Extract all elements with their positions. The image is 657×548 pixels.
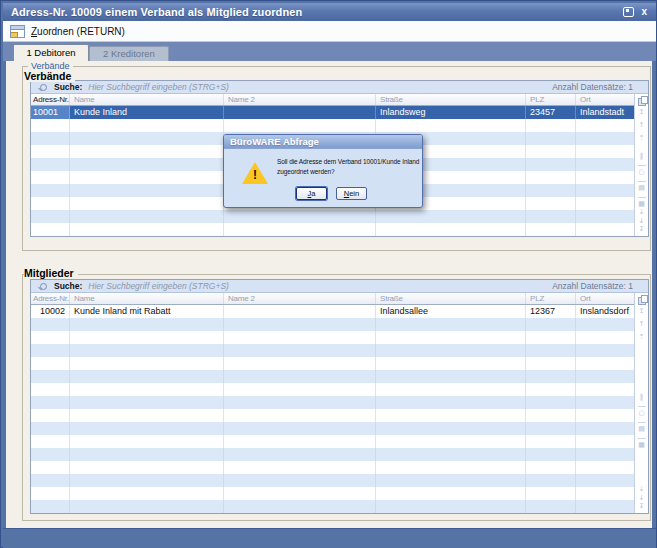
page-up-icon[interactable]: ⇡ <box>635 134 648 142</box>
table-cell <box>31 370 70 383</box>
scroll-up-icon[interactable]: ↑ <box>635 320 648 328</box>
table-row[interactable] <box>31 357 634 370</box>
table-cell <box>31 158 70 171</box>
table-cell <box>31 223 70 236</box>
table-row[interactable] <box>31 223 634 236</box>
scroll-up-icon[interactable]: ↑ <box>635 121 648 129</box>
column-header[interactable]: Name 2 <box>224 293 376 304</box>
table-cell <box>224 448 376 461</box>
filter-icon[interactable]: ▦ <box>635 200 648 208</box>
verbaende-title: Verbände <box>24 70 75 82</box>
table-cell <box>31 396 70 409</box>
column-options-icon[interactable] <box>638 297 646 305</box>
table-cell <box>526 210 576 223</box>
restore-icon[interactable] <box>623 7 634 17</box>
column-header[interactable]: Ort <box>576 94 634 105</box>
table-row[interactable] <box>31 461 634 474</box>
table-cell <box>376 396 526 409</box>
mitglieder-search-bar[interactable]: Suche:Hier Suchbegriff eingeben (STRG+S)… <box>31 280 648 293</box>
search-icon[interactable]: ○ <box>635 409 648 417</box>
table-cell <box>70 145 224 158</box>
filter-icon[interactable]: ▦ <box>635 441 648 449</box>
table-row[interactable] <box>31 344 634 357</box>
toolbar: Zuordnen (RETURN) <box>3 21 656 42</box>
table-cell <box>526 435 576 448</box>
column-header[interactable]: PLZ <box>526 94 576 105</box>
table-cell <box>576 396 634 409</box>
dialog-message: Soll die Adresse dem Verband 10001/Kunde… <box>277 157 427 177</box>
table-cell: Inlandsallee <box>376 305 526 318</box>
column-header[interactable]: Name <box>70 293 224 304</box>
columns-icon[interactable]: ‖ <box>635 393 648 401</box>
table-cell <box>526 331 576 344</box>
table-cell <box>576 487 634 500</box>
tab-kreditoren[interactable]: 2 Kreditoren <box>89 46 169 61</box>
table-row[interactable] <box>31 474 634 487</box>
page-down-icon[interactable]: ⇣ <box>635 485 648 493</box>
table-cell <box>376 500 526 513</box>
search-icon[interactable]: ○ <box>635 168 648 176</box>
table-cell <box>376 448 526 461</box>
table-row[interactable] <box>31 331 634 344</box>
column-header[interactable]: PLZ <box>526 293 576 304</box>
column-header[interactable]: Adress-Nr. <box>31 94 70 105</box>
table-row[interactable] <box>31 370 634 383</box>
assign-button[interactable]: Zuordnen (RETURN) <box>31 26 125 37</box>
table-row[interactable] <box>31 500 634 513</box>
close-icon[interactable]: x <box>641 7 647 17</box>
page-up-icon[interactable]: ⇡ <box>635 333 648 341</box>
table-cell <box>70 184 224 197</box>
table-cell <box>70 461 224 474</box>
scroll-top-icon[interactable]: ↥ <box>635 307 648 315</box>
table-cell <box>70 223 224 236</box>
column-header[interactable]: Name 2 <box>224 94 376 105</box>
table-cell <box>526 474 576 487</box>
table-row[interactable] <box>31 396 634 409</box>
table-cell <box>31 435 70 448</box>
table-row[interactable] <box>31 487 634 500</box>
view-icon[interactable]: ▤ <box>635 425 648 433</box>
table-row[interactable] <box>31 318 634 331</box>
table-cell <box>526 184 576 197</box>
table-row[interactable] <box>31 383 634 396</box>
table-cell <box>31 318 70 331</box>
column-header[interactable]: Straße <box>376 293 526 304</box>
tab-debitoren[interactable]: 1 Debitoren <box>13 44 89 61</box>
view-icon[interactable]: ▤ <box>635 184 648 192</box>
table-cell <box>376 435 526 448</box>
table-row[interactable] <box>31 210 634 223</box>
scroll-bottom-icon[interactable]: ↧ <box>635 225 648 233</box>
column-header[interactable]: Straße <box>376 94 526 105</box>
no-button[interactable]: Nein <box>336 187 367 200</box>
table-row[interactable] <box>31 409 634 422</box>
table-cell <box>224 318 376 331</box>
table-cell: 12367 <box>526 305 576 318</box>
search-placeholder: Hier Suchbegriff eingeben (STRG+S) <box>88 82 229 92</box>
table-cell <box>70 474 224 487</box>
table-row[interactable]: 10002Kunde Inland mit RabattInlandsallee… <box>31 305 634 318</box>
table-cell <box>31 383 70 396</box>
page-down-icon[interactable]: ⇣ <box>635 208 648 216</box>
scroll-down-icon[interactable]: ↓ <box>635 494 648 502</box>
column-header[interactable]: Name <box>70 94 224 105</box>
table-cell: Inlandstadt <box>576 106 634 119</box>
columns-icon[interactable]: ‖ <box>635 152 648 160</box>
table-row[interactable] <box>31 435 634 448</box>
table-row[interactable] <box>31 448 634 461</box>
column-header[interactable]: Ort <box>576 293 634 304</box>
table-cell <box>376 461 526 474</box>
table-row[interactable] <box>31 422 634 435</box>
scroll-top-icon[interactable]: ↥ <box>635 108 648 116</box>
scroll-down-icon[interactable]: ↓ <box>635 217 648 225</box>
verbaende-search-bar[interactable]: Suche:Hier Suchbegriff eingeben (STRG+S)… <box>31 81 648 94</box>
yes-button[interactable]: Ja <box>296 187 327 200</box>
scroll-bottom-icon[interactable]: ↧ <box>635 502 648 510</box>
column-options-icon[interactable] <box>638 98 646 106</box>
table-cell <box>224 344 376 357</box>
search-placeholder: Hier Suchbegriff eingeben (STRG+S) <box>88 281 229 291</box>
column-header[interactable]: Adress-Nr. <box>31 293 70 304</box>
table-row[interactable]: 10001Kunde InlandInlandsweg23457Inlandst… <box>31 106 634 119</box>
table-cell <box>224 210 376 223</box>
table-row[interactable] <box>31 119 634 132</box>
verbaende-header-row: Adress-Nr.NameName 2StraßePLZOrt <box>31 94 634 106</box>
